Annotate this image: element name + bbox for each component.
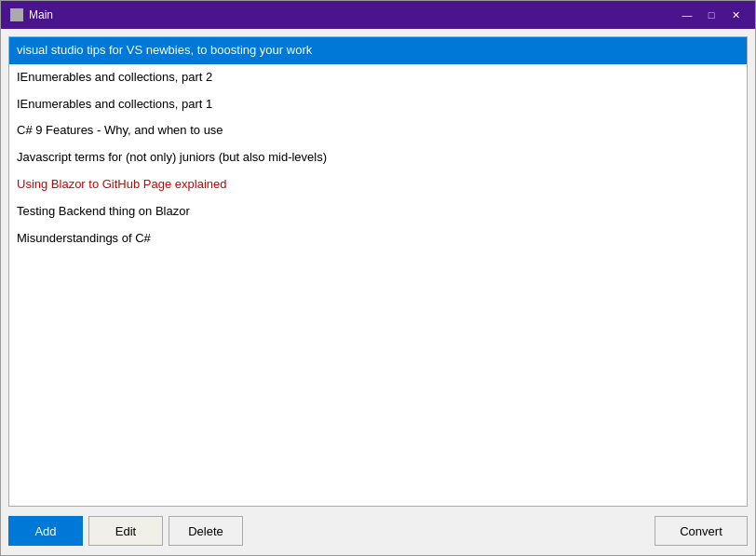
- list-container[interactable]: visual studio tips for VS newbies, to bo…: [8, 36, 748, 507]
- delete-button[interactable]: Delete: [169, 516, 243, 546]
- list-item[interactable]: visual studio tips for VS newbies, to bo…: [9, 37, 747, 64]
- window-icon: [10, 8, 23, 21]
- list-item[interactable]: Using Blazor to GitHub Page explained: [9, 171, 747, 198]
- close-button[interactable]: ✕: [725, 7, 746, 23]
- main-window: Main — □ ✕ visual studio tips for VS new…: [0, 0, 756, 556]
- list-item[interactable]: Misunderstandings of C#: [9, 225, 747, 252]
- maximize-button[interactable]: □: [701, 7, 722, 23]
- list-item[interactable]: Javascript terms for (not only) juniors …: [9, 144, 747, 171]
- edit-button[interactable]: Edit: [88, 516, 163, 546]
- add-button[interactable]: Add: [8, 516, 83, 546]
- window-title: Main: [29, 8, 53, 21]
- content-area: visual studio tips for VS newbies, to bo…: [1, 29, 755, 555]
- button-bar: Add Edit Delete Convert: [8, 514, 748, 548]
- minimize-button[interactable]: —: [677, 7, 697, 23]
- title-bar-left: Main: [10, 8, 53, 21]
- title-bar: Main — □ ✕: [1, 1, 755, 29]
- list-item[interactable]: Testing Backend thing on Blazor: [9, 198, 747, 225]
- list-item[interactable]: C# 9 Features - Why, and when to use: [9, 117, 747, 144]
- list-item[interactable]: IEnumerables and collections, part 1: [9, 91, 747, 118]
- list-item[interactable]: IEnumerables and collections, part 2: [9, 64, 747, 91]
- title-bar-controls: — □ ✕: [677, 7, 746, 23]
- convert-button[interactable]: Convert: [655, 516, 748, 546]
